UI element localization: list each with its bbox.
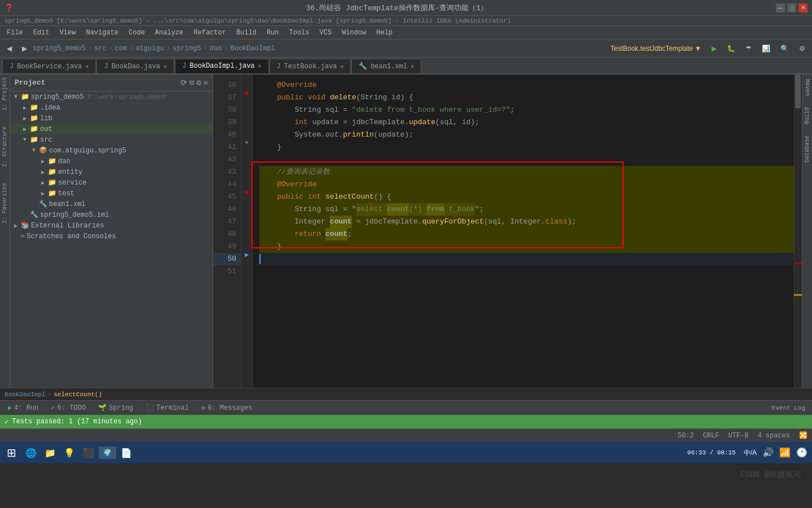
project-label[interactable]: 1: Project: [1, 75, 9, 113]
tab-bookdaoimpl-close[interactable]: ✕: [258, 63, 262, 69]
cursor-position[interactable]: 50:2: [678, 432, 694, 440]
tree-entity[interactable]: ▶ 📁 entity: [10, 167, 213, 177]
taskbar-lang[interactable]: 中/A: [742, 448, 759, 458]
scrollbar-track[interactable]: [794, 75, 802, 388]
taskbar-volume[interactable]: 🔊: [760, 447, 776, 458]
menu-vcs[interactable]: VCS: [315, 28, 337, 38]
menu-help[interactable]: Help: [372, 28, 397, 38]
tab-todo[interactable]: ✓ 6: TODO: [45, 402, 91, 414]
tab-bookdao-close[interactable]: ✕: [164, 63, 167, 70]
tree-service[interactable]: ▶ 📁 service: [10, 177, 213, 188]
scrollbar-thumb[interactable]: [795, 75, 801, 108]
search-everywhere-button[interactable]: 🔍: [776, 41, 793, 56]
tree-lib[interactable]: ▶ 📁 lib: [10, 113, 213, 124]
back-button[interactable]: ◀: [2, 41, 16, 56]
tree-bean1xml[interactable]: ▶ 🔧 bean1.xml: [10, 199, 213, 209]
tab-testbook[interactable]: J TestBook.java ✕: [270, 59, 351, 73]
sidebar-collapse-icon[interactable]: ⊟: [189, 78, 194, 87]
menu-code[interactable]: Code: [124, 28, 149, 38]
tree-dao[interactable]: ▶ 📁 dao: [10, 156, 213, 167]
run-button[interactable]: ▶: [707, 41, 721, 56]
sidebar-header: Project ⟳ ⊟ ⚙ ✕: [10, 75, 213, 91]
menu-window[interactable]: Window: [337, 28, 370, 38]
taskbar-ie[interactable]: 🌐: [22, 445, 40, 461]
maven-label[interactable]: Maven: [803, 77, 811, 98]
taskbar-clock[interactable]: 🕐: [794, 447, 810, 458]
tree-test[interactable]: ▶ 📁 test: [10, 188, 213, 199]
tab-testbook-close[interactable]: ✕: [340, 63, 343, 70]
code-lines[interactable]: @Override public void delete(String id) …: [253, 75, 802, 388]
event-log-label[interactable]: Event Log: [767, 405, 810, 411]
settings-button[interactable]: ⚙: [795, 41, 810, 56]
ln-46: 46: [213, 203, 241, 216]
code-editor[interactable]: 36 37 38 39 40 41 42 43 44 45 46 47 48 4…: [213, 75, 802, 388]
favorites-label[interactable]: 2: Favorites: [1, 181, 9, 226]
start-button[interactable]: ⊞: [2, 444, 21, 462]
tab-bookservice[interactable]: J BookService.java ✕: [2, 59, 96, 73]
fold-41[interactable]: ▼: [245, 140, 248, 146]
taskbar-folder[interactable]: 📁: [41, 445, 59, 461]
breakpoint-37[interactable]: ●: [244, 89, 249, 98]
taskbar-docs[interactable]: 📄: [117, 445, 135, 461]
database-label[interactable]: Database: [803, 133, 811, 165]
breadcrumb-daoimpl[interactable]: BookDaoImpl: [5, 391, 46, 398]
taskbar-term[interactable]: ⬛: [80, 445, 98, 461]
encoding[interactable]: UTF-8: [728, 432, 748, 440]
tree-spring5iml[interactable]: ▶ 🔧 spring5_demo5.iml: [10, 209, 213, 220]
taskbar-chrome[interactable]: 🌍: [99, 446, 116, 459]
coverage-button[interactable]: ☂: [741, 41, 756, 56]
tree-out[interactable]: ▶ 📁 out: [10, 124, 213, 134]
tree-external-libs[interactable]: ▶ 📚 External Libraries: [10, 220, 213, 231]
build-label[interactable]: Build: [803, 105, 811, 126]
nav-com[interactable]: com: [115, 45, 127, 52]
minimize-button[interactable]: ─: [776, 3, 785, 12]
menu-analyze[interactable]: Analyze: [151, 28, 188, 38]
tab-messages[interactable]: ✉ 0: Messages: [196, 402, 258, 414]
tab-bean1xml[interactable]: 🔧 bean1.xml ✕: [351, 59, 421, 73]
menu-view[interactable]: View: [55, 28, 81, 38]
run-config-select[interactable]: TestBook.testJdbcTemplate ▼: [606, 41, 706, 56]
nav-file[interactable]: BookDaoImpl: [231, 45, 275, 52]
menu-navigate[interactable]: Navigate: [81, 28, 123, 38]
profile-button[interactable]: 📊: [757, 41, 775, 56]
nav-dao[interactable]: dao: [210, 45, 222, 52]
tree-scratches[interactable]: ▶ ✂ Scratches and Consoles: [10, 231, 213, 242]
taskbar-idea[interactable]: 💡: [60, 445, 78, 461]
nav-src[interactable]: src: [94, 45, 107, 52]
maximize-button[interactable]: □: [787, 3, 796, 12]
breakpoint-45[interactable]: ●: [244, 188, 249, 197]
tab-bookdao[interactable]: J BookDao.java ✕: [96, 59, 174, 73]
menu-file[interactable]: File: [2, 28, 28, 38]
menu-refactor[interactable]: Refactor: [189, 28, 231, 38]
sidebar-settings-icon[interactable]: ⚙: [196, 78, 201, 87]
nav-atguigu[interactable]: atguigu: [135, 45, 164, 52]
debug-button[interactable]: 🐛: [722, 41, 740, 56]
close-button[interactable]: ✕: [798, 3, 807, 12]
forward-button[interactable]: ▶: [17, 41, 32, 56]
tree-idea[interactable]: ▶ 📁 .idea: [10, 102, 213, 113]
nav-project[interactable]: spring5_demo5: [33, 45, 86, 52]
line-ending[interactable]: CRLF: [703, 432, 720, 440]
window-controls[interactable]: ─ □ ✕: [776, 3, 807, 12]
indent[interactable]: 4 spaces: [757, 432, 790, 440]
tab-bookservice-close[interactable]: ✕: [85, 63, 89, 70]
menu-tools[interactable]: Tools: [285, 28, 314, 38]
ln-39: 39: [213, 116, 241, 129]
tab-bean1xml-close[interactable]: ✕: [411, 63, 414, 70]
menu-run[interactable]: Run: [262, 28, 284, 38]
tab-bookdaoimpl[interactable]: J BookDaoImpl.java ✕: [175, 59, 268, 73]
tree-package[interactable]: ▼ 📦 com.atguigu.spring5: [10, 145, 213, 156]
sidebar-hide-icon[interactable]: ✕: [204, 78, 208, 87]
tree-spring5demo5[interactable]: ▼ 📁 spring5_demo5 E:\work\spring5_demo5: [10, 91, 213, 102]
structure-label[interactable]: 2: Structure: [1, 124, 9, 169]
breadcrumb-method[interactable]: selectCount(): [54, 391, 102, 398]
tab-spring[interactable]: 🌱 Spring: [92, 402, 139, 414]
nav-spring5[interactable]: spring5: [173, 45, 201, 52]
menu-build[interactable]: Build: [232, 28, 261, 38]
tab-run[interactable]: ▶ 4: Run: [2, 402, 44, 414]
sidebar-sync-icon[interactable]: ⟳: [180, 78, 187, 87]
tree-src[interactable]: ▼ 📁 src: [10, 134, 213, 145]
menu-edit[interactable]: Edit: [29, 28, 54, 38]
taskbar-network[interactable]: 📶: [777, 447, 793, 458]
tab-terminal[interactable]: ⬛ Terminal: [140, 402, 195, 414]
